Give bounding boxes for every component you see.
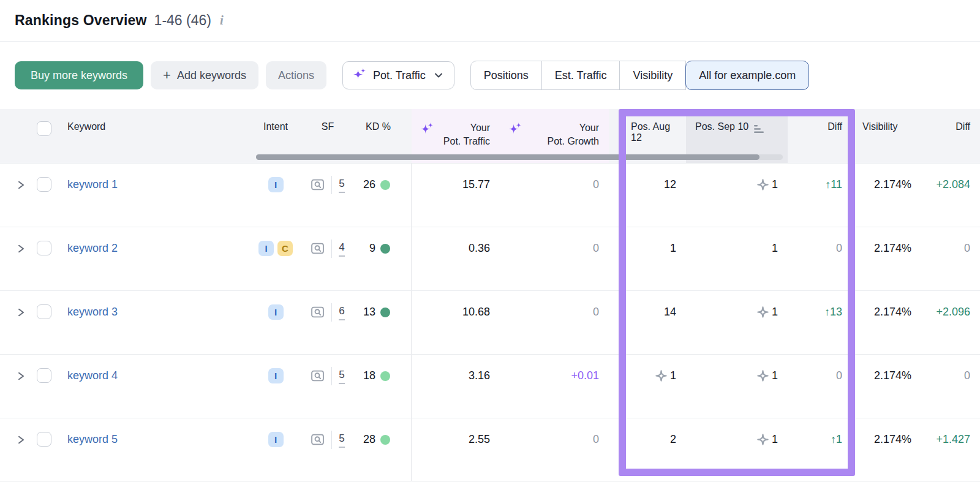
column-header-diff2[interactable]: Diff: [921, 109, 980, 163]
tab-visibility[interactable]: Visibility: [619, 61, 686, 90]
expander-cell: [0, 164, 37, 227]
view-tabs: Positions Est. Traffic Visibility All fo…: [470, 61, 810, 90]
sf-count[interactable]: 5: [339, 178, 344, 193]
serp-features-icon[interactable]: [311, 241, 325, 255]
row-checkbox[interactable]: [37, 368, 51, 383]
position-diff-value: 0: [836, 369, 842, 382]
row-checkbox[interactable]: [37, 432, 51, 447]
kd-level-dot: [380, 180, 390, 190]
pot-growth-cell: 0: [500, 227, 609, 290]
expander-cell: [0, 355, 37, 418]
expand-row-icon[interactable]: [16, 435, 26, 445]
intent-badge-c[interactable]: C: [277, 241, 293, 256]
serp-feature-position-icon: [655, 369, 668, 385]
column-header-visibility[interactable]: Visibility: [852, 109, 921, 163]
add-keywords-label: Add keywords: [177, 69, 246, 82]
sf-divider: [331, 367, 332, 385]
sf-count[interactable]: 5: [339, 433, 344, 448]
select-all-checkbox[interactable]: [37, 121, 51, 136]
keyword-link[interactable]: keyword 3: [67, 306, 118, 319]
visibility-diff-cell: 0: [921, 227, 980, 290]
expand-row-icon[interactable]: [16, 180, 26, 190]
visibility-cell: 2.174%: [852, 164, 921, 227]
actions-button[interactable]: Actions: [266, 61, 326, 89]
row-checkbox[interactable]: [37, 177, 51, 192]
pot-growth-value: 0: [593, 306, 599, 319]
pos-aug12-value: 12: [664, 178, 676, 191]
buy-more-keywords-button[interactable]: Buy more keywords: [15, 61, 143, 89]
visibility-diff-cell: +1.427: [921, 418, 980, 481]
intent-badges: I: [251, 164, 300, 227]
sparkles-icon: [353, 67, 367, 84]
visibility-value: 2.174%: [874, 242, 911, 255]
column-header-diff[interactable]: Diff: [788, 109, 852, 163]
kd-value: 13: [363, 306, 375, 319]
intent-badge-i[interactable]: I: [268, 304, 284, 320]
pot-growth-cell: 0: [500, 418, 609, 481]
sparkles-icon: [508, 121, 522, 138]
sf-count[interactable]: 6: [339, 306, 344, 320]
horizontal-scrollbar-thumb[interactable]: [256, 154, 760, 160]
kd-cell: 18: [355, 355, 412, 418]
serp-features-icon[interactable]: [311, 369, 325, 383]
serp-feature-position-icon: [756, 178, 769, 194]
sf-count[interactable]: 5: [339, 369, 344, 384]
intent-badges: I: [251, 418, 300, 481]
expander-cell: [0, 418, 37, 481]
position-diff-cell: 0: [788, 227, 852, 290]
expand-row-icon[interactable]: [16, 244, 26, 254]
checkbox-cell: [37, 164, 67, 227]
position-diff-cell: ↑1: [788, 418, 852, 481]
position-diff-cell: ↑11: [788, 164, 852, 227]
visibility-cell: 2.174%: [852, 291, 921, 354]
intent-badge-i[interactable]: I: [268, 432, 284, 447]
keyword-link[interactable]: keyword 2: [67, 242, 118, 255]
serp-features-cell: 5: [300, 418, 355, 481]
pot-traffic-cell: 2.55: [412, 418, 500, 481]
keyword-cell: keyword 3: [67, 291, 251, 354]
page-title: Rankings Overview: [15, 12, 147, 29]
row-checkbox[interactable]: [37, 241, 51, 255]
tab-positions[interactable]: Positions: [470, 61, 542, 90]
pot-traffic-header-line1: Your: [470, 123, 490, 133]
sf-count[interactable]: 4: [339, 242, 344, 257]
expand-row-icon[interactable]: [16, 308, 26, 317]
pos-sep10-header-label: Pos. Sep 10: [695, 121, 748, 132]
pot-growth-cell: +0.01: [500, 355, 609, 418]
intent-badge-i[interactable]: I: [268, 177, 284, 192]
kd-value: 28: [363, 433, 375, 446]
keyword-link[interactable]: keyword 1: [67, 178, 118, 191]
intent-badge-i[interactable]: I: [258, 241, 274, 256]
pot-growth-header-line1: Your: [579, 123, 599, 133]
tab-est-traffic[interactable]: Est. Traffic: [541, 61, 620, 90]
serp-features-icon[interactable]: [311, 305, 325, 319]
pos-sep10-cell: 1: [686, 227, 788, 290]
pot-traffic-value: 2.55: [469, 433, 490, 446]
pos-sep10-cell: 1: [686, 418, 788, 481]
expand-row-icon[interactable]: [16, 371, 26, 381]
keyword-link[interactable]: keyword 5: [67, 433, 118, 446]
table-body: keyword 1 I 5 26 15.77 0 12 1 ↑11: [0, 163, 980, 481]
tab-all-for-domain[interactable]: All for example.com: [685, 61, 809, 90]
serp-features-icon[interactable]: [311, 432, 325, 447]
keyword-cell: keyword 2: [67, 227, 251, 290]
row-checkbox[interactable]: [37, 304, 51, 319]
metric-dropdown[interactable]: Pot. Traffic: [342, 61, 454, 89]
kd-cell: 28: [355, 418, 412, 481]
pos-sep10-cell: 1: [686, 355, 788, 418]
column-header-keyword[interactable]: Keyword: [67, 109, 251, 163]
pos-sep10-value: 1: [772, 433, 778, 446]
intent-badges: IC: [251, 227, 300, 290]
intent-badge-i[interactable]: I: [268, 368, 284, 383]
kd-level-dot: [380, 371, 390, 381]
table-row: keyword 2 IC 4 9 0.36 0 1 1 0 2.1: [0, 227, 980, 290]
serp-features-icon[interactable]: [311, 178, 325, 192]
sf-divider: [331, 431, 332, 449]
keyword-link[interactable]: keyword 4: [67, 369, 118, 382]
plus-icon: +: [163, 69, 171, 82]
info-icon[interactable]: i: [220, 13, 224, 28]
add-keywords-button[interactable]: + Add keywords: [151, 61, 258, 89]
kd-cell: 26: [355, 164, 412, 227]
table-row: keyword 5 I 5 28 2.55 0 2 1 ↑1 2.: [0, 418, 980, 481]
pot-traffic-cell: 3.16: [412, 355, 500, 418]
